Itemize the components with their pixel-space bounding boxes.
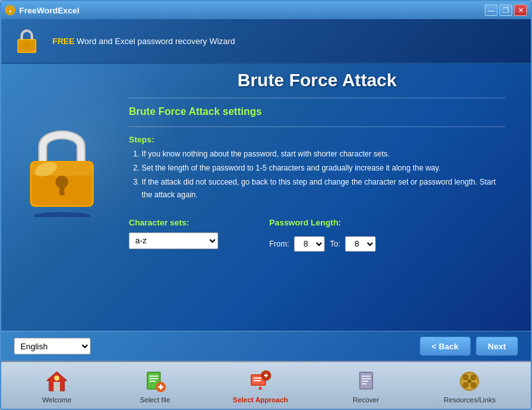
svg-point-1 bbox=[10, 11, 11, 13]
header-lock-icon bbox=[11, 25, 43, 57]
svg-point-17 bbox=[54, 376, 59, 381]
to-select[interactable]: 123456789101112 bbox=[345, 236, 376, 252]
taskbar-resources-label: Resources/Links bbox=[444, 396, 496, 404]
svg-rect-37 bbox=[362, 378, 371, 379]
svg-marker-33 bbox=[258, 386, 262, 390]
bottom-bar: EnglishFrenchGermanSpanishItalian < Back… bbox=[1, 331, 531, 361]
taskbar-recover[interactable]: Recover bbox=[341, 367, 392, 406]
app-title: FreeWordExcel bbox=[19, 6, 79, 15]
svg-rect-6 bbox=[17, 39, 36, 53]
character-sets-group: Character sets: a-za-zA-Z0-9a-z0-9a-zA-Z… bbox=[129, 218, 218, 249]
character-sets-select[interactable]: a-za-zA-Z0-9a-z0-9a-zA-Z0-9All character… bbox=[129, 232, 218, 249]
restore-button[interactable]: ❐ bbox=[499, 4, 512, 16]
content-panel: Brute Force Attack Brute Force Attack se… bbox=[129, 70, 505, 324]
header-text: FREE Word and Excel password recovery Wi… bbox=[52, 36, 235, 46]
step-2: Set the length of the password to 1-5 ch… bbox=[142, 162, 505, 174]
taskbar-resources[interactable]: Resources/Links bbox=[439, 367, 501, 406]
large-lock-icon bbox=[20, 115, 103, 217]
from-label: From: bbox=[269, 239, 289, 248]
language-select[interactable]: EnglishFrenchGermanSpanishItalian bbox=[14, 338, 91, 354]
svg-point-46 bbox=[468, 379, 471, 383]
step-1: If you know nothing about the password, … bbox=[142, 148, 505, 160]
main-window: FreeWordExcel — ❐ ✕ FREE Word and Excel … bbox=[0, 0, 532, 410]
svg-rect-39 bbox=[362, 383, 367, 384]
from-select[interactable]: 123456789101112 bbox=[294, 236, 325, 252]
app-header: FREE Word and Excel password recovery Wi… bbox=[1, 19, 531, 64]
welcome-icon bbox=[44, 368, 70, 394]
close-button[interactable]: ✕ bbox=[514, 4, 527, 16]
taskbar-select-approach-label: Select Approach bbox=[233, 396, 288, 404]
svg-point-13 bbox=[33, 212, 91, 217]
page-title: Brute Force Attack bbox=[129, 70, 505, 91]
recover-icon bbox=[353, 368, 379, 394]
title-bar-left: FreeWordExcel bbox=[5, 5, 79, 15]
title-bar: FreeWordExcel — ❐ ✕ bbox=[1, 1, 531, 19]
svg-rect-38 bbox=[362, 381, 368, 382]
svg-point-43 bbox=[471, 375, 476, 380]
pw-length-controls: From: 123456789101112 To: 12345678910111… bbox=[269, 236, 376, 252]
steps-list: If you know nothing about the password, … bbox=[129, 148, 505, 203]
nav-buttons: < Back Next bbox=[420, 337, 518, 356]
header-mid: Word and Excel bbox=[75, 36, 138, 46]
section-title: Brute Force Attack settings bbox=[129, 106, 505, 118]
svg-rect-11 bbox=[59, 186, 64, 195]
taskbar-select-approach[interactable]: Select Approach bbox=[228, 367, 293, 406]
svg-point-44 bbox=[463, 383, 468, 388]
app-icon bbox=[5, 5, 15, 15]
header-free: FREE bbox=[52, 36, 75, 46]
svg-rect-12 bbox=[32, 163, 92, 176]
taskbar-welcome-label: Welcome bbox=[42, 396, 71, 404]
taskbar-welcome[interactable]: Welcome bbox=[31, 367, 82, 406]
settings-row: Character sets: a-za-zA-Z0-9a-z0-9a-zA-Z… bbox=[129, 218, 505, 252]
minimize-button[interactable]: — bbox=[485, 4, 498, 16]
step-3: If the attack did not succeed, go back t… bbox=[142, 176, 505, 201]
taskbar: Welcome Select file bbox=[1, 361, 531, 409]
password-length-label: Password Length: bbox=[269, 218, 376, 227]
select-file-icon bbox=[142, 368, 168, 394]
password-length-group: Password Length: From: 123456789101112 T… bbox=[269, 218, 376, 252]
back-button[interactable]: < Back bbox=[420, 337, 471, 356]
character-sets-label: Character sets: bbox=[129, 218, 218, 227]
main-content: Brute Force Attack Brute Force Attack se… bbox=[1, 64, 531, 331]
select-approach-icon bbox=[248, 368, 273, 394]
window-controls: — ❐ ✕ bbox=[485, 4, 527, 16]
svg-point-45 bbox=[471, 383, 476, 388]
svg-rect-21 bbox=[149, 378, 158, 379]
svg-point-42 bbox=[463, 375, 468, 380]
taskbar-select-file-label: Select file bbox=[140, 396, 170, 404]
next-button[interactable]: Next bbox=[476, 337, 518, 356]
taskbar-recover-label: Recover bbox=[353, 396, 379, 404]
divider-mid bbox=[129, 126, 505, 127]
header-end: password recovery Wizard bbox=[137, 36, 235, 46]
taskbar-select-file[interactable]: Select file bbox=[129, 367, 181, 406]
svg-rect-29 bbox=[253, 380, 261, 381]
svg-rect-22 bbox=[149, 381, 156, 382]
svg-rect-16 bbox=[54, 382, 60, 391]
resources-icon bbox=[457, 368, 482, 394]
svg-rect-36 bbox=[362, 376, 371, 377]
divider-top bbox=[129, 98, 505, 98]
steps-label: Steps: bbox=[129, 135, 505, 144]
to-label: To: bbox=[330, 239, 340, 248]
svg-rect-20 bbox=[149, 376, 158, 377]
